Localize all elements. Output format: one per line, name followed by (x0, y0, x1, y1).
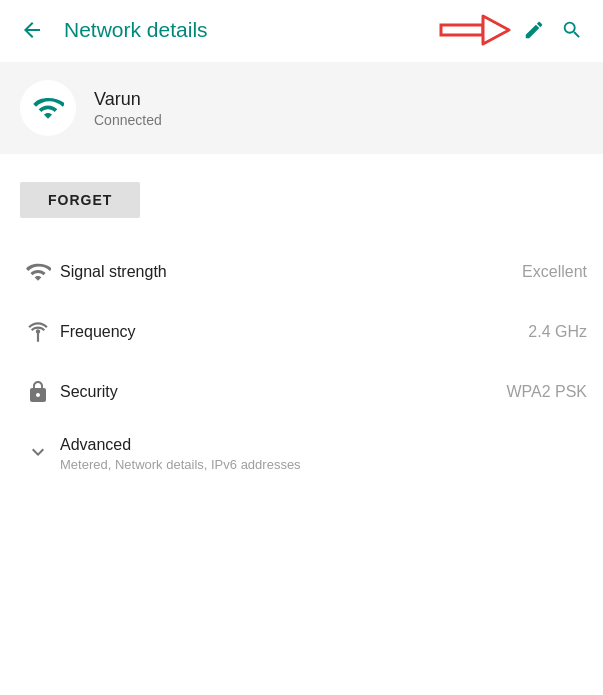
network-name: Varun (94, 89, 162, 110)
signal-icon (16, 259, 60, 285)
chevron-down-icon (16, 436, 60, 464)
forget-section: FORGET (0, 154, 603, 242)
network-icon-circle (20, 80, 76, 136)
frequency-value: 2.4 GHz (528, 323, 587, 341)
network-status: Connected (94, 112, 162, 128)
advanced-content: Advanced Metered, Network details, IPv6 … (60, 436, 301, 472)
security-content: Security WPA2 PSK (60, 383, 587, 401)
header: Network details (0, 0, 603, 60)
network-section: Varun Connected (0, 62, 603, 154)
forget-button[interactable]: FORGET (20, 182, 140, 218)
advanced-row[interactable]: Advanced Metered, Network details, IPv6 … (0, 422, 603, 486)
frequency-content: Frequency 2.4 GHz (60, 323, 587, 341)
security-value: WPA2 PSK (506, 383, 587, 401)
back-button[interactable] (16, 14, 48, 46)
security-label: Security (60, 383, 506, 401)
signal-strength-row: Signal strength Excellent (0, 242, 603, 302)
security-row: Security WPA2 PSK (0, 362, 603, 422)
advanced-label: Advanced (60, 436, 301, 454)
frequency-row: Frequency 2.4 GHz (0, 302, 603, 362)
search-button[interactable] (557, 15, 587, 45)
frequency-icon (16, 319, 60, 345)
advanced-sublabel: Metered, Network details, IPv6 addresses (60, 457, 301, 472)
edit-button[interactable] (519, 15, 549, 45)
signal-label: Signal strength (60, 263, 522, 281)
network-info: Varun Connected (94, 89, 162, 128)
signal-value: Excellent (522, 263, 587, 281)
wifi-large-icon (32, 92, 64, 124)
page-title: Network details (64, 18, 439, 42)
header-actions (439, 12, 587, 48)
frequency-label: Frequency (60, 323, 528, 341)
annotation-arrow (439, 12, 511, 48)
svg-rect-0 (441, 25, 483, 35)
lock-icon (16, 380, 60, 404)
signal-content: Signal strength Excellent (60, 263, 587, 281)
red-arrow-icon (439, 12, 511, 48)
